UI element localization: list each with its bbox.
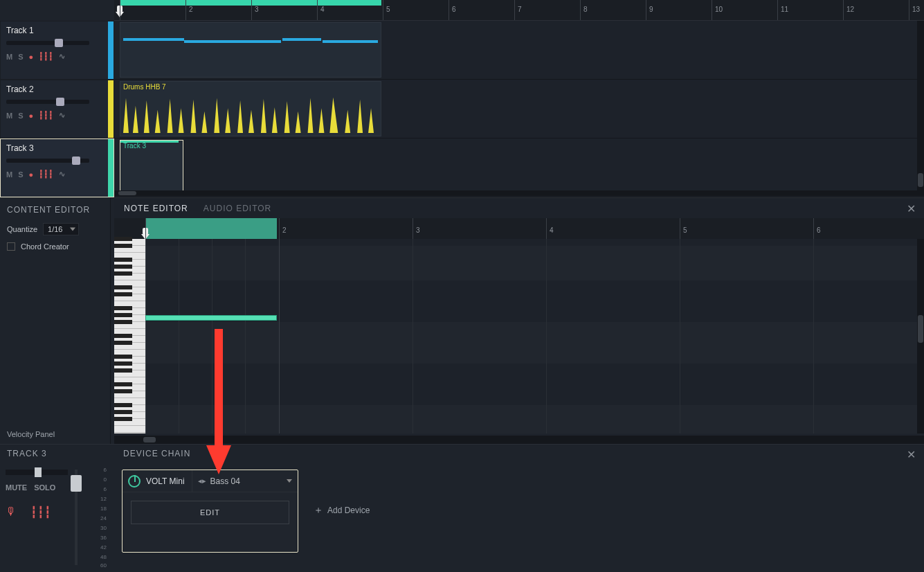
chevron-down-icon: [70, 228, 75, 231]
volume-slider[interactable]: [6, 159, 89, 163]
record-arm-icon[interactable]: ●: [29, 170, 34, 179]
pan-slider[interactable]: [6, 470, 68, 475]
ruler-tick: 6: [449, 0, 456, 20]
ruler-tick: 4: [546, 218, 554, 239]
content-editor-panel: CONTENT EDITOR Quantize 1/16 Chord Creat…: [0, 197, 111, 444]
plus-icon: ＋: [314, 504, 323, 517]
ruler-tick: 12: [843, 0, 854, 20]
db-scale: 6 0 6 12 18 24 30 36 42 48 60: [89, 467, 108, 568]
mute-button[interactable]: MUTE: [6, 483, 27, 492]
track-mixer-title: TRACK 3: [0, 445, 111, 464]
solo-button[interactable]: S: [18, 111, 23, 120]
quantize-label: Quantize: [7, 225, 37, 233]
ruler-tick: 11: [777, 0, 788, 20]
midi-clip[interactable]: [120, 22, 381, 78]
track-header-2[interactable]: Track 2 M S ● ┇┇┇ ∿: [0, 80, 114, 138]
mute-button[interactable]: M: [6, 170, 12, 179]
ruler-tick: 3: [251, 0, 259, 20]
track-lane-1[interactable]: [114, 21, 924, 80]
piano-keyboard[interactable]: C3 C2 C1: [114, 239, 145, 434]
record-arm-icon[interactable]: 🎙: [6, 506, 17, 519]
waveform-icon: [123, 94, 378, 133]
ruler-tick: 4: [317, 0, 325, 20]
track-name: Track 1: [6, 26, 108, 35]
timeline-ruler[interactable]: 2 3 4 5 6 7 8 9 10 11 12 13: [114, 0, 924, 21]
ruler-tick: 2: [185, 0, 193, 20]
note-h-scrollbar[interactable]: [114, 436, 924, 444]
editor-tabs: NOTE EDITOR AUDIO EDITOR ✕: [114, 197, 924, 218]
preset-selector[interactable]: ◂▸ Bass 04: [192, 476, 298, 486]
tab-note-editor[interactable]: NOTE EDITOR: [124, 204, 188, 213]
track-name: Track 2: [6, 84, 108, 94]
prev-next-icon[interactable]: ◂▸: [198, 476, 206, 485]
ruler-tick: 9: [646, 0, 653, 20]
clip-label: Drums HHB 7: [123, 83, 166, 91]
arrange-h-scrollbar[interactable]: [114, 190, 924, 196]
eq-icon[interactable]: ┇┇┇: [39, 52, 53, 61]
track-color-strip: [108, 80, 114, 138]
close-icon[interactable]: ✕: [907, 202, 916, 215]
audio-clip[interactable]: Drums HHB 7: [120, 81, 381, 136]
content-editor-title: CONTENT EDITOR: [7, 205, 103, 215]
track-lane-3[interactable]: Track 3: [114, 138, 924, 197]
velocity-panel-label[interactable]: Velocity Panel: [7, 430, 55, 438]
edit-button[interactable]: EDIT: [131, 501, 289, 524]
arrange-v-scrollbar[interactable]: [917, 21, 924, 190]
midi-clip-selected[interactable]: Track 3: [120, 140, 183, 195]
track-header-3[interactable]: Track 3 M S ● ┇┇┇ ∿: [0, 138, 114, 197]
clip-label: Track 3: [123, 142, 146, 150]
ruler-tick: 10: [712, 0, 723, 20]
device-name: VOLT Mini: [146, 470, 192, 492]
solo-button[interactable]: SOLO: [34, 483, 55, 492]
solo-button[interactable]: S: [18, 53, 23, 61]
tab-audio-editor[interactable]: AUDIO EDITOR: [203, 204, 271, 213]
note-v-scrollbar[interactable]: [917, 239, 924, 434]
ruler-tick: 7: [514, 0, 522, 20]
close-icon[interactable]: ✕: [907, 448, 916, 461]
loop-region[interactable]: [120, 0, 381, 6]
track-lane-2[interactable]: Drums HHB 7: [114, 80, 924, 138]
device-volt-mini[interactable]: VOLT Mini ◂▸ Bass 04 EDIT: [122, 470, 298, 553]
note-editor-ruler[interactable]: 2 3 4 5 6: [114, 218, 924, 239]
eq-icon[interactable]: ┇┇┇: [39, 111, 53, 120]
eq-icon[interactable]: ┇┇┇: [30, 506, 51, 519]
automation-icon[interactable]: ∿: [59, 52, 65, 61]
add-device-button[interactable]: ＋ Add Device: [314, 504, 370, 517]
record-arm-icon[interactable]: ●: [29, 111, 34, 120]
chord-creator-label: Chord Creator: [21, 242, 69, 251]
note-grid[interactable]: [145, 239, 924, 434]
ruler-tick: [145, 218, 149, 239]
volume-slider[interactable]: [6, 41, 89, 45]
note-loop-region[interactable]: [145, 218, 277, 239]
ruler-tick: 3: [413, 218, 420, 239]
ruler-tick: 6: [813, 218, 821, 239]
track-color-strip: [108, 139, 114, 197]
volume-slider[interactable]: [6, 100, 89, 104]
preset-name: Bass 04: [210, 476, 240, 486]
chevron-down-icon: [287, 479, 292, 483]
ruler-tick: 5: [680, 218, 687, 239]
power-icon[interactable]: [128, 475, 141, 488]
chord-creator-checkbox[interactable]: [7, 242, 15, 251]
midi-note[interactable]: [145, 315, 277, 321]
solo-button[interactable]: S: [18, 170, 23, 179]
ruler-tick: 13: [909, 0, 920, 20]
ruler-tick: 2: [279, 218, 287, 239]
svg-marker-0: [123, 97, 378, 133]
mute-button[interactable]: M: [6, 53, 12, 61]
device-chain-area[interactable]: VOLT Mini ◂▸ Bass 04 EDIT ＋ Add Device: [116, 464, 924, 572]
quantize-select[interactable]: 1/16: [43, 223, 79, 235]
track-header-1[interactable]: Track 1 M S ● ┇┇┇ ∿: [0, 21, 114, 80]
track-name: Track 3: [6, 143, 108, 153]
ruler-tick: [120, 0, 123, 20]
volume-fader[interactable]: 6 0 6 12 18 24 30 36 42 48 60: [69, 467, 108, 568]
track-color-strip: [108, 21, 114, 79]
automation-icon[interactable]: ∿: [59, 170, 65, 179]
eq-icon[interactable]: ┇┇┇: [39, 170, 53, 179]
device-chain-title: DEVICE CHAIN: [116, 445, 924, 464]
ruler-tick: 5: [383, 0, 390, 20]
ruler-tick: 8: [580, 0, 588, 20]
mute-button[interactable]: M: [6, 111, 12, 120]
record-arm-icon[interactable]: ●: [29, 53, 34, 61]
automation-icon[interactable]: ∿: [59, 111, 65, 120]
